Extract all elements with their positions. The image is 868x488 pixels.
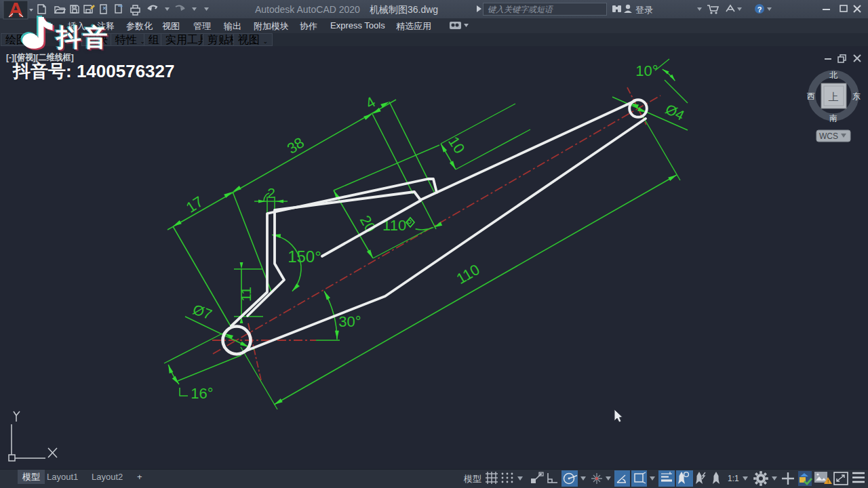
svg-text:110: 110	[454, 261, 483, 287]
svg-text:10°: 10°	[635, 62, 658, 79]
svg-text:20: 20	[357, 212, 380, 235]
svg-text:150°: 150°	[288, 247, 321, 266]
svg-text:30°: 30°	[338, 313, 361, 330]
svg-text:17: 17	[183, 193, 206, 216]
svg-text:2: 2	[267, 185, 275, 201]
svg-text:!: !	[827, 479, 829, 485]
svg-text:11: 11	[238, 287, 254, 302]
svg-text:Ø7: Ø7	[191, 301, 214, 322]
svg-text:上: 上	[829, 91, 839, 102]
svg-text:WCS: WCS	[819, 131, 838, 141]
svg-text:Ø4: Ø4	[663, 101, 688, 123]
svg-text:南: 南	[829, 113, 837, 123]
svg-text:北: 北	[829, 70, 837, 80]
svg-text:16°: 16°	[191, 385, 213, 402]
svg-text:4: 4	[363, 94, 378, 113]
svg-text:?: ?	[757, 5, 762, 14]
svg-text:东: 东	[852, 92, 861, 101]
svg-text:西: 西	[807, 92, 815, 101]
svg-text:38: 38	[284, 134, 307, 157]
svg-text:10: 10	[445, 134, 468, 157]
